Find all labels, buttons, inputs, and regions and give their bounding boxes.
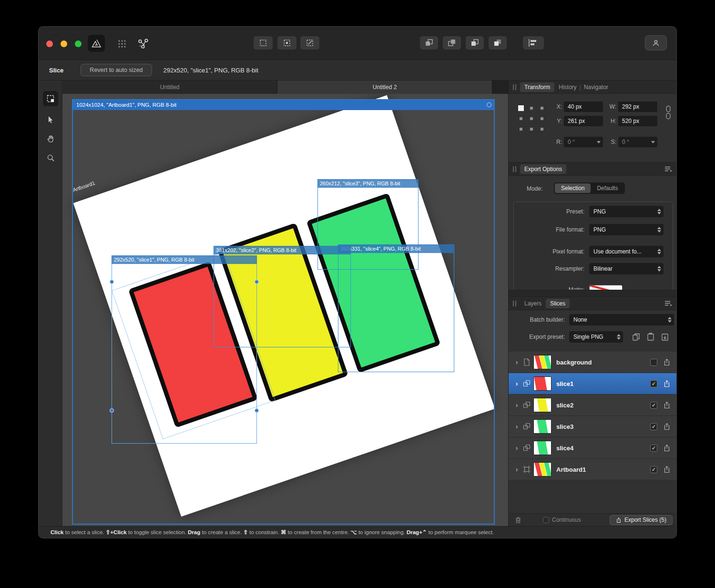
shear-input[interactable]: 0 ° <box>618 137 657 147</box>
expand-chevron-icon[interactable]: › <box>512 423 521 430</box>
x-input[interactable]: 40 px <box>564 101 603 112</box>
expand-chevron-icon[interactable]: › <box>512 444 521 452</box>
stepper-icon[interactable] <box>617 334 621 340</box>
artboard-slice-header[interactable]: 1024x1024, "Artboard1", PNG, RGB 8-bit <box>73 100 494 110</box>
maximize-window-button[interactable] <box>75 41 82 47</box>
close-window-button[interactable] <box>46 41 53 47</box>
move-tool-button[interactable] <box>43 112 58 127</box>
h-input[interactable]: 520 px <box>618 116 657 126</box>
slice-row-slice2[interactable]: › slice2 ✓ <box>509 395 676 416</box>
document-tab-untitled[interactable]: Untitled <box>62 81 277 94</box>
slice1-handle-right-bottom[interactable] <box>255 408 259 413</box>
export-slice-icon[interactable] <box>663 423 671 430</box>
rotation-input[interactable]: 0 ° <box>564 137 603 147</box>
pixel-format-dropdown[interactable]: Use document fo... <box>589 246 664 257</box>
alignment-button[interactable] <box>523 36 544 50</box>
move-to-back-button[interactable] <box>420 36 438 50</box>
batch-builder-dropdown[interactable]: None <box>569 314 674 325</box>
mode-selection-button[interactable]: Selection <box>555 183 591 193</box>
slice-row-background[interactable]: › background <box>509 352 676 373</box>
apply-preset-icon[interactable] <box>660 332 670 342</box>
paste-preset-icon[interactable] <box>646 332 655 342</box>
preset-dropdown[interactable]: PNG <box>589 206 664 217</box>
tab-navigator[interactable]: Navigator <box>582 82 613 92</box>
stepper-icon[interactable] <box>657 227 661 233</box>
slice-export-checkbox[interactable]: ✓ <box>650 380 657 387</box>
view-hand-tool-button[interactable] <box>43 131 58 146</box>
revert-to-auto-sized-button[interactable]: Revert to auto sized <box>81 64 152 76</box>
slice1-header[interactable]: 292x520, "slice1", PNG, RGB 8-bit <box>112 255 257 264</box>
artboard-slice-handle[interactable] <box>487 102 491 107</box>
slice1-handle-left-bottom[interactable] <box>110 408 114 413</box>
slice2-header[interactable]: 381x202, "slice2", PNG, RGB 8-bit <box>214 246 351 254</box>
snapping-toggle-button[interactable] <box>254 36 273 50</box>
export-persona-icon[interactable] <box>136 38 151 50</box>
move-forward-one-button[interactable] <box>466 36 484 50</box>
export-slice-icon[interactable] <box>663 358 671 366</box>
tab-transform[interactable]: Transform <box>520 82 554 92</box>
slice1-region[interactable]: 292x520, "slice1", PNG, RGB 8-bit <box>112 255 257 444</box>
slice4-header[interactable]: 260x331, "slice4", PNG, RGB 8-bit <box>338 244 454 253</box>
tab-slices[interactable]: Slices <box>546 299 570 308</box>
delete-slice-icon[interactable] <box>514 516 522 524</box>
slice-row-slice1[interactable]: › slice1 ✓ <box>509 373 676 395</box>
y-input[interactable]: 261 px <box>564 116 603 126</box>
anchor-dot[interactable] <box>541 107 543 110</box>
move-back-one-button[interactable] <box>443 36 461 50</box>
expand-chevron-icon[interactable]: › <box>512 466 521 473</box>
export-slice-icon[interactable] <box>663 466 671 473</box>
canvas[interactable]: Artboard1 1024x1024, "Artboard1", PNG, R… <box>62 94 508 526</box>
anchor-dot[interactable] <box>530 107 533 110</box>
slice1-handle-right-top[interactable] <box>255 280 259 284</box>
slice-export-checkbox[interactable]: ✓ <box>650 402 657 409</box>
anchor-dot[interactable] <box>541 128 543 131</box>
slice-export-checkbox[interactable]: ✓ <box>650 445 657 452</box>
slice3-header[interactable]: 260x212, "slice3", PNG, RGB 8-bit <box>317 179 419 188</box>
anchor-dot[interactable] <box>530 128 533 131</box>
zoom-tool-button[interactable] <box>43 150 58 165</box>
file-format-dropdown[interactable]: PNG <box>589 224 664 235</box>
stepper-icon[interactable] <box>657 209 661 214</box>
stepper-icon[interactable] <box>657 266 661 272</box>
matte-color-swatch[interactable] <box>589 285 623 290</box>
expand-chevron-icon[interactable]: › <box>512 401 521 409</box>
anchor-dot[interactable] <box>520 128 522 131</box>
panel-menu-icon[interactable] <box>664 166 673 172</box>
export-preset-dropdown[interactable]: Single PNG <box>569 331 623 343</box>
export-slice-icon[interactable] <box>663 401 671 409</box>
expand-chevron-icon[interactable]: › <box>512 380 521 387</box>
anchor-dot[interactable] <box>541 117 543 120</box>
panel-menu-icon[interactable] <box>664 300 673 307</box>
copy-preset-icon[interactable] <box>632 332 641 342</box>
resampler-dropdown[interactable]: Bilinear <box>589 263 664 274</box>
mode-defaults-button[interactable]: Defaults <box>591 183 624 193</box>
dropdown-caret-icon[interactable] <box>651 141 655 143</box>
move-to-front-button[interactable] <box>489 36 507 50</box>
pixel-persona-icon[interactable] <box>115 38 129 50</box>
panel-drag-grip-icon[interactable] <box>513 84 516 90</box>
edit-selection-bounds-button[interactable] <box>300 36 319 50</box>
slice-export-checkbox[interactable]: ✓ <box>650 423 657 430</box>
expand-chevron-icon[interactable]: › <box>512 358 521 366</box>
stepper-icon[interactable] <box>657 249 661 254</box>
export-slice-icon[interactable] <box>663 380 671 387</box>
stepper-icon[interactable] <box>668 317 672 323</box>
document-tab-untitled-2[interactable]: Untitled 2 <box>277 81 492 94</box>
anchor-dot[interactable] <box>520 117 522 120</box>
tab-history[interactable]: History <box>554 82 578 92</box>
slice-tool-button[interactable] <box>43 91 58 106</box>
panel-drag-grip-icon[interactable] <box>513 301 516 306</box>
anchor-dot[interactable] <box>530 117 533 120</box>
export-slices-button[interactable]: Export Slices (5) <box>610 515 673 525</box>
snapping-candidates-button[interactable] <box>277 36 296 50</box>
account-button[interactable] <box>645 35 667 51</box>
minimize-window-button[interactable] <box>61 41 67 47</box>
export-slice-icon[interactable] <box>663 444 671 452</box>
continuous-checkbox[interactable] <box>543 517 549 523</box>
tab-layers[interactable]: Layers <box>520 299 546 308</box>
w-input[interactable]: 292 px <box>618 101 657 112</box>
slice1-handle-left-top[interactable] <box>110 280 114 284</box>
slice-export-checkbox[interactable] <box>650 359 657 366</box>
link-dimensions-icon[interactable] <box>665 105 672 120</box>
panel-drag-grip-icon[interactable] <box>513 166 516 172</box>
